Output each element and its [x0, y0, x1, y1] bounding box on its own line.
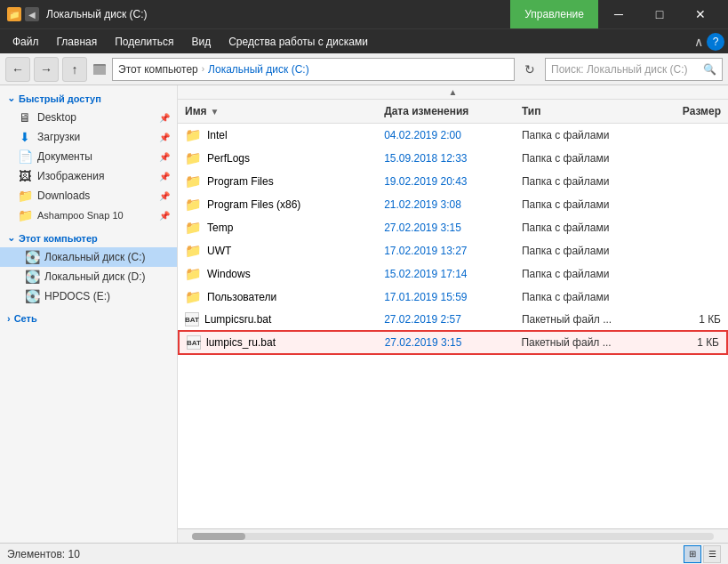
- sidebar-drive-c-label: Локальный диск (C:): [44, 251, 170, 263]
- status-bar: Элементов: 10 ⊞ ☰: [0, 543, 728, 564]
- file-date-cell: 17.02.2019 13:27: [377, 242, 515, 260]
- table-row[interactable]: 📁 Program Files 19.02.2019 20:43 Папка с…: [178, 170, 728, 193]
- hscroll-thumb[interactable]: [192, 533, 245, 540]
- horizontal-scrollbar[interactable]: [178, 528, 728, 543]
- sidebar-desktop-label: Desktop: [37, 111, 154, 124]
- minimize-button[interactable]: ─: [598, 0, 639, 28]
- this-pc-header[interactable]: ⌄ Этот компьютер: [0, 229, 177, 247]
- maximize-button[interactable]: □: [639, 0, 680, 28]
- menu-file[interactable]: Файл: [4, 32, 48, 52]
- table-row[interactable]: 📁 PerfLogs 15.09.2018 12:33 Папка с файл…: [178, 147, 728, 170]
- menu-view[interactable]: Вид: [182, 32, 220, 52]
- forward-button[interactable]: →: [34, 57, 59, 82]
- col-header-type[interactable]: Тип: [515, 101, 652, 121]
- table-row[interactable]: BAT Lumpicsru.bat 27.02.2019 2:57 Пакетн…: [178, 309, 728, 330]
- sidebar-download-ru-label: Загрузки: [37, 131, 154, 143]
- col-name-label: Имя: [185, 105, 207, 117]
- this-pc-label: Этот компьютер: [19, 233, 98, 244]
- folder-icon: 📁: [185, 197, 202, 213]
- folder-icon: 📁: [185, 127, 202, 143]
- crumb-this-pc[interactable]: Этот компьютер: [118, 63, 198, 76]
- table-row[interactable]: 📁 Program Files (x86) 21.02.2019 3:08 Па…: [178, 193, 728, 216]
- sidebar-drive-c[interactable]: 💽 Локальный диск (C:): [0, 247, 177, 267]
- menu-share[interactable]: Поделиться: [106, 32, 182, 52]
- window-icon: 📁: [7, 7, 21, 21]
- back-button[interactable]: ←: [5, 57, 30, 82]
- view-details-button[interactable]: ⊞: [684, 545, 701, 563]
- file-size-cell: [652, 294, 728, 300]
- file-type-cell: Пакетный файл ...: [515, 310, 652, 328]
- sidebar-item-docs[interactable]: 📄 Документы 📌: [0, 147, 177, 166]
- crumb-sep-1: ›: [202, 64, 204, 74]
- sidebar-drive-d-label: Локальный диск (D:): [44, 270, 170, 283]
- menu-bar: Файл Главная Поделиться Вид Средства раб…: [0, 28, 728, 53]
- sidebar-drive-d[interactable]: 💽 Локальный диск (D:): [0, 267, 177, 286]
- docs-icon: 📄: [18, 149, 32, 164]
- file-date-cell: 17.01.2019 15:59: [377, 288, 515, 306]
- file-name-cell: 📁 Intel: [178, 125, 377, 146]
- table-row[interactable]: BAT lumpics_ru.bat 27.02.2019 3:15 Пакет…: [178, 330, 728, 355]
- file-date-cell: 27.02.2019 2:57: [377, 310, 515, 328]
- sidebar-ashampoo-label: Ashampoo Snap 10: [37, 210, 154, 221]
- sidebar-item-downloads-ru[interactable]: ⬇ Загрузки 📌: [0, 127, 177, 147]
- main-layout: ⌄ Быстрый доступ 🖥 Desktop 📌 ⬇ Загрузки …: [0, 85, 728, 543]
- file-type-cell: Папка с файлами: [515, 288, 652, 306]
- file-type-cell: Папка с файлами: [515, 219, 652, 237]
- sidebar-drive-e[interactable]: 💽 HPDOCS (E:): [0, 286, 177, 306]
- file-size-cell: [652, 248, 728, 254]
- file-name-cell: BAT lumpics_ru.bat: [180, 333, 378, 352]
- file-date-cell: 04.02.2019 2:00: [377, 126, 515, 144]
- file-name-cell: 📁 Windows: [178, 263, 377, 285]
- quick-access-header[interactable]: ⌄ Быстрый доступ: [0, 89, 177, 108]
- view-icons: ⊞ ☰: [684, 545, 721, 563]
- file-name-cell: 📁 Program Files: [178, 171, 377, 192]
- address-bar[interactable]: Этот компьютер › Локальный диск (C:): [112, 58, 515, 81]
- drive-d-icon: 💽: [25, 270, 39, 284]
- sidebar-item-ashampoo[interactable]: 📁 Ashampoo Snap 10 📌: [0, 205, 177, 225]
- sidebar-item-desktop[interactable]: 🖥 Desktop 📌: [0, 108, 177, 127]
- help-button[interactable]: ?: [707, 33, 724, 51]
- pin-icon-ashampoo: 📌: [159, 211, 170, 221]
- table-row[interactable]: 📁 Intel 04.02.2019 2:00 Папка с файлами: [178, 124, 728, 147]
- sidebar: ⌄ Быстрый доступ 🖥 Desktop 📌 ⬇ Загрузки …: [0, 85, 178, 543]
- element-count: Элементов: 10: [7, 548, 80, 560]
- menu-collapse-arrow[interactable]: ∧: [694, 35, 703, 49]
- up-button[interactable]: ↑: [62, 57, 87, 82]
- table-row[interactable]: 📁 UWT 17.02.2019 13:27 Папка с файлами: [178, 239, 728, 262]
- file-size-cell: [652, 225, 728, 230]
- file-date-cell: 27.02.2019 3:15: [378, 334, 515, 351]
- sort-arrow-name: ▼: [211, 107, 220, 117]
- file-name-label: Program Files: [207, 175, 274, 188]
- menu-home[interactable]: Главная: [48, 32, 107, 52]
- quick-access-icon: ◀: [25, 7, 39, 21]
- manage-tab[interactable]: Управление: [510, 0, 598, 28]
- menu-disk-tools[interactable]: Средства работы с дисками: [220, 32, 377, 52]
- title-bar-controls: ─ □ ✕: [598, 0, 721, 28]
- table-row[interactable]: 📁 Windows 15.02.2019 17:14 Папка с файла…: [178, 262, 728, 286]
- table-row[interactable]: 📁 Temp 27.02.2019 3:15 Папка с файлами: [178, 216, 728, 239]
- crumb-local-disk[interactable]: Локальный диск (C:): [208, 63, 309, 76]
- close-button[interactable]: ✕: [680, 0, 721, 28]
- folder-icon: 📁: [185, 173, 202, 189]
- col-header-size[interactable]: Размер: [652, 101, 728, 121]
- sidebar-item-images[interactable]: 🖼 Изображения 📌: [0, 166, 177, 186]
- file-size-cell: [652, 156, 728, 161]
- sidebar-item-downloads-en[interactable]: 📁 Downloads 📌: [0, 186, 177, 205]
- svg-rect-1: [93, 66, 106, 75]
- title-bar: 📁 ◀ Локальный диск (C:) Управление ─ □ ✕: [0, 0, 728, 28]
- downloads-en-icon: 📁: [18, 189, 32, 203]
- col-header-name[interactable]: Имя ▼: [178, 101, 377, 121]
- search-bar[interactable]: Поиск: Локальный диск (C:) 🔍: [545, 58, 723, 81]
- table-row[interactable]: 📁 Пользователи 17.01.2019 15:59 Папка с …: [178, 286, 728, 309]
- folder-icon: 📁: [185, 243, 202, 259]
- pin-icon-desktop: 📌: [159, 113, 170, 123]
- network-header[interactable]: › Сеть: [0, 310, 177, 327]
- ashampoo-icon: 📁: [18, 208, 32, 222]
- bat-file-icon: BAT: [185, 312, 199, 326]
- col-header-date[interactable]: Дата изменения: [377, 101, 515, 121]
- refresh-button[interactable]: ↻: [518, 58, 541, 81]
- folder-icon: 📁: [185, 289, 202, 305]
- pin-icon-downloads-en: 📌: [159, 191, 170, 201]
- view-list-button[interactable]: ☰: [703, 545, 721, 563]
- bat-file-icon: BAT: [187, 335, 201, 350]
